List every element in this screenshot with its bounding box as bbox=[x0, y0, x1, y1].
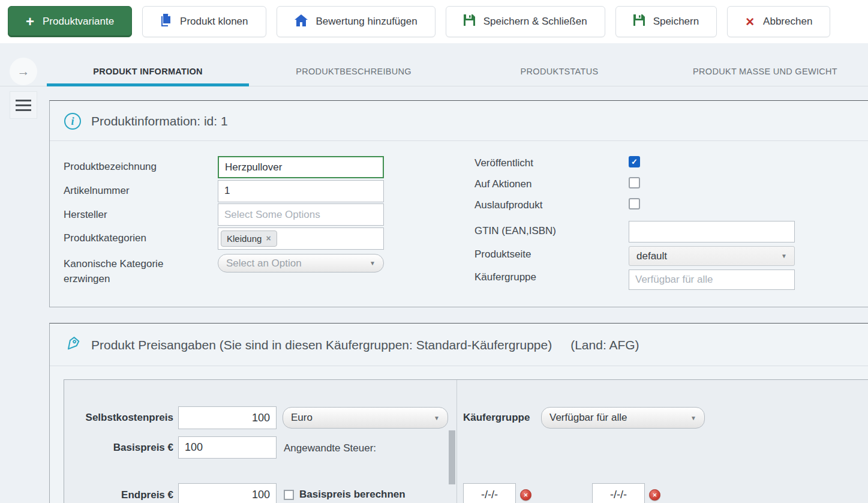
price-tag-icon bbox=[64, 336, 81, 355]
scrollbar-thumb[interactable] bbox=[449, 430, 455, 484]
chevron-down-icon: ▼ bbox=[781, 253, 787, 259]
date-from-clear-icon[interactable]: ✕ bbox=[520, 489, 531, 501]
veroeffentlicht-label: Veröffentlicht bbox=[474, 156, 629, 177]
abbrechen-button[interactable]: ✕ Abbrechen bbox=[727, 6, 830, 37]
home-icon bbox=[295, 14, 308, 29]
chevron-down-icon: ▼ bbox=[434, 415, 440, 421]
product-info-panel: i Produktinformation: id: 1 Produktbezei… bbox=[49, 100, 868, 307]
kanonische-kategorie-label: Kanonische Kategorie erzwingen bbox=[64, 252, 218, 289]
chevron-down-icon: ▼ bbox=[690, 415, 696, 421]
pricing-kaeufergruppe-select[interactable]: Verfügbar für alle ▼ bbox=[541, 407, 705, 429]
speichern-button[interactable]: Speichern bbox=[615, 6, 717, 37]
produktkategorien-label: Produktkategorien bbox=[64, 228, 218, 250]
speichern-schliessen-label: Speichern & Schließen bbox=[483, 16, 587, 28]
date-to-clear-icon[interactable]: ✕ bbox=[649, 489, 660, 501]
hamburger-icon bbox=[16, 100, 31, 101]
auslaufprodukt-checkbox[interactable] bbox=[629, 198, 640, 209]
endpreis-input[interactable] bbox=[178, 483, 277, 503]
gtin-label: GTIN (EAN,ISBN) bbox=[474, 219, 629, 243]
vertical-divider bbox=[456, 380, 457, 503]
kaeufergruppe-label: Käufergruppe bbox=[474, 266, 629, 289]
pricing-kaeufergruppe-label: Käufergruppe bbox=[463, 407, 530, 429]
produkt-klonen-label: Produkt klonen bbox=[180, 16, 248, 28]
plus-icon: + bbox=[26, 14, 34, 29]
speichern-label: Speichern bbox=[653, 16, 699, 28]
currency-value: Euro bbox=[291, 412, 313, 424]
produktseite-label: Produktseite bbox=[474, 243, 629, 266]
tab-bar: PRODUKT INFORMATION PRODUKTBESCHREIBUNG … bbox=[0, 57, 868, 86]
tab-produkt-information[interactable]: PRODUKT INFORMATION bbox=[45, 57, 251, 86]
basispreis-berechnen-label: Basispreis berechnen bbox=[299, 489, 406, 501]
category-tag: Kleidung × bbox=[221, 230, 277, 247]
pricing-kaeufergruppe-value: Verfügbar für alle bbox=[549, 412, 627, 424]
cancel-x-icon: ✕ bbox=[745, 15, 755, 29]
chevron-down-icon: ▼ bbox=[370, 260, 376, 267]
pricing-title: Produkt Preisangaben (Sie sind in diesen… bbox=[91, 338, 552, 352]
hersteller-label: Hersteller bbox=[64, 204, 218, 226]
product-info-title: Produktinformation: id: 1 bbox=[91, 114, 228, 128]
menu-button[interactable] bbox=[10, 91, 37, 119]
produkt-klonen-button[interactable]: Produkt klonen bbox=[142, 6, 266, 37]
collapse-arrow-button[interactable]: → bbox=[10, 58, 37, 85]
product-info-header: i Produktinformation: id: 1 bbox=[50, 101, 868, 141]
artikelnummer-input[interactable] bbox=[218, 180, 384, 202]
save-icon bbox=[464, 14, 475, 29]
tab-produkt-masse-und-gewicht[interactable]: PRODUKT MASSE UND GEWICHT bbox=[662, 57, 868, 86]
produktbezeichnung-label: Produktbezeichnung bbox=[64, 156, 218, 178]
save-icon bbox=[633, 14, 645, 29]
endpreis-label: Endpreis € bbox=[71, 483, 173, 503]
speichern-schliessen-button[interactable]: Speichern & Schließen bbox=[446, 6, 605, 37]
artikelnummer-label: Artikelnummer bbox=[64, 181, 218, 202]
produktkategorien-multiselect[interactable]: Kleidung × bbox=[218, 227, 384, 250]
produktseite-value: default bbox=[636, 250, 667, 262]
pricing-box: Selbstkostenpreis Euro ▼ Basispreis € An… bbox=[64, 379, 868, 503]
basispreis-input[interactable] bbox=[178, 436, 277, 459]
kaeufergruppe-input[interactable] bbox=[629, 270, 795, 290]
pricing-panel: Produkt Preisangaben (Sie sind in diesen… bbox=[49, 323, 868, 503]
auf-aktionen-checkbox[interactable] bbox=[629, 177, 640, 188]
clone-icon bbox=[160, 14, 172, 29]
pricing-land: (Land: AFG) bbox=[570, 338, 639, 352]
product-info-form: Produktbezeichnung Artikelnummer Herstel… bbox=[50, 141, 868, 307]
hersteller-input[interactable] bbox=[218, 203, 384, 226]
pricing-header: Produkt Preisangaben (Sie sind in diesen… bbox=[50, 324, 868, 366]
category-tag-label: Kleidung bbox=[227, 233, 262, 244]
selbstkostenpreis-label: Selbstkostenpreis bbox=[71, 406, 173, 429]
angewandte-steuer-label: Angewandte Steuer: bbox=[284, 442, 376, 454]
currency-select[interactable]: Euro ▼ bbox=[283, 407, 448, 429]
tab-produktstatus[interactable]: PRODUKTSTATUS bbox=[456, 57, 662, 86]
basispreis-berechnen-checkbox[interactable] bbox=[284, 490, 294, 500]
info-icon: i bbox=[64, 113, 81, 130]
date-from-input[interactable] bbox=[463, 483, 516, 503]
toolbar: + Produktvariante Produkt klonen Bewertu… bbox=[0, 0, 868, 43]
tag-remove-icon[interactable]: × bbox=[266, 233, 271, 243]
produktvariante-label: Produktvariante bbox=[43, 16, 114, 28]
produktbezeichnung-input[interactable] bbox=[218, 156, 384, 178]
veroeffentlicht-checkbox[interactable]: ✓ bbox=[629, 156, 640, 167]
kanonische-kategorie-placeholder: Select an Option bbox=[226, 258, 302, 270]
auf-aktionen-label: Auf Aktionen bbox=[474, 177, 629, 198]
tab-produktbeschreibung[interactable]: PRODUKTBESCHREIBUNG bbox=[251, 57, 456, 86]
arrow-right-icon: → bbox=[17, 64, 30, 79]
produktvariante-button[interactable]: + Produktvariante bbox=[8, 6, 132, 37]
auslaufprodukt-label: Auslaufprodukt bbox=[474, 198, 629, 219]
gtin-input[interactable] bbox=[629, 221, 795, 242]
abbrechen-label: Abbrechen bbox=[763, 16, 812, 28]
basispreis-label: Basispreis € bbox=[71, 436, 173, 459]
date-to-input[interactable] bbox=[592, 483, 645, 503]
kanonische-kategorie-select[interactable]: Select an Option ▼ bbox=[218, 254, 384, 273]
selbstkostenpreis-input[interactable] bbox=[178, 406, 277, 429]
bewertung-hinzufuegen-button[interactable]: Bewertung hinzufügen bbox=[277, 6, 435, 37]
bewertung-hinzufuegen-label: Bewertung hinzufügen bbox=[316, 16, 418, 28]
produktseite-select[interactable]: default ▼ bbox=[629, 246, 795, 266]
